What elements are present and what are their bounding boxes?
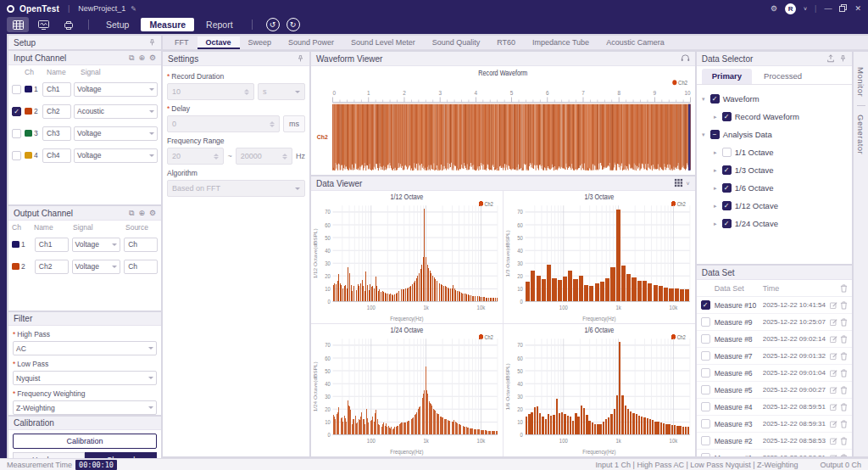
tree-checkbox[interactable]: ✓: [710, 94, 720, 104]
data-set-checkbox[interactable]: [701, 453, 710, 456]
edit-icon[interactable]: [830, 369, 837, 378]
edit-icon[interactable]: [830, 335, 837, 344]
delete-icon[interactable]: [840, 352, 848, 361]
undo-icon[interactable]: ↺: [266, 18, 280, 31]
expand-icon[interactable]: ▾: [700, 96, 707, 103]
channel-signal-select[interactable]: Voltage: [72, 260, 121, 274]
delete-icon[interactable]: [840, 369, 848, 378]
add-channel-icon[interactable]: ⊕: [138, 53, 145, 62]
layout-caret-icon[interactable]: ˅: [687, 181, 690, 187]
tree-node[interactable]: ▸ ✓ 1/3 Octave: [700, 161, 849, 179]
redo-icon[interactable]: ↻: [287, 18, 300, 31]
tree-checkbox[interactable]: −: [710, 130, 720, 139]
close-button[interactable]: ✕: [854, 4, 861, 13]
channel-name-input[interactable]: Ch4: [42, 148, 71, 163]
channel-settings-icon[interactable]: ⚙: [149, 209, 156, 217]
expand-icon[interactable]: ▸: [712, 149, 719, 156]
measure-view-icon[interactable]: [7, 17, 29, 32]
record-duration-input[interactable]: 10: [167, 83, 254, 100]
delete-icon[interactable]: [840, 454, 848, 457]
channel-checkbox[interactable]: [12, 129, 21, 138]
edit-icon[interactable]: [830, 352, 837, 361]
delete-icon[interactable]: [840, 301, 848, 310]
edit-icon[interactable]: [830, 301, 837, 310]
tree-node[interactable]: ▸ ✓ 1/12 Octave: [700, 197, 849, 215]
data-set-row[interactable]: ✓ Measure #10 2025-12-22 10:41:54: [697, 297, 852, 314]
nav-setup[interactable]: Setup: [97, 18, 137, 31]
delete-icon[interactable]: [840, 335, 848, 344]
channel-name-input[interactable]: Ch2: [42, 104, 71, 119]
data-set-row[interactable]: Measure #3 2025-12-22 08:59:31: [697, 416, 852, 433]
measure-tab-sweep[interactable]: Sweep: [240, 36, 281, 49]
edit-icon[interactable]: [830, 386, 837, 394]
measure-tab-sound-power[interactable]: Sound Power: [280, 36, 342, 49]
measure-tab-impedance-tube[interactable]: Impedance Tube: [524, 36, 598, 49]
channel-signal-select[interactable]: Voltage: [74, 148, 158, 163]
edit-icon[interactable]: [830, 420, 837, 428]
edit-icon[interactable]: [830, 437, 837, 445]
pin-icon[interactable]: [839, 54, 847, 63]
channel-source-input[interactable]: Ch: [124, 238, 158, 252]
measure-tab-octave[interactable]: Octave: [198, 36, 240, 49]
channel-name-input[interactable]: Ch1: [42, 82, 71, 97]
add-channel-icon[interactable]: ⊕: [138, 209, 145, 217]
data-set-checkbox[interactable]: [701, 419, 710, 428]
channel-name-input[interactable]: Ch3: [42, 126, 71, 141]
restore-button[interactable]: [839, 4, 847, 14]
data-set-checkbox[interactable]: [701, 385, 710, 394]
data-set-row[interactable]: Measure #1 2025-12-22 08:58:31: [697, 450, 852, 456]
account-caret-icon[interactable]: ˅: [804, 6, 807, 12]
data-set-row[interactable]: Measure #2 2025-12-22 08:58:53: [697, 433, 852, 450]
channel-checkbox[interactable]: [12, 151, 21, 160]
avatar[interactable]: R: [785, 3, 796, 14]
tab-generator[interactable]: Generator: [856, 115, 865, 154]
data-set-checkbox[interactable]: [701, 334, 710, 344]
delete-icon[interactable]: [840, 403, 848, 411]
monitor-view-icon[interactable]: [32, 17, 54, 32]
tree-node[interactable]: ▸ ✓ Record Waveform: [700, 108, 849, 126]
pin-icon[interactable]: [297, 54, 304, 63]
data-set-checkbox[interactable]: [701, 368, 710, 378]
record-waveform-chart[interactable]: Record WaveformCh2012345678910Ch2: [311, 66, 695, 175]
chart-1-6-octave[interactable]: 1/6 OctaveCh20102030405060701001k10kFreq…: [504, 324, 695, 456]
channel-source-input[interactable]: Ch: [124, 260, 158, 274]
tree-checkbox[interactable]: ✓: [722, 201, 732, 210]
export-icon[interactable]: ⧉: [129, 209, 134, 218]
delete-icon[interactable]: [840, 420, 848, 428]
channel-name-input[interactable]: Ch1: [35, 238, 69, 252]
data-set-row[interactable]: Measure #9 2025-12-22 10:25:07: [697, 314, 852, 331]
measure-tab-rt60[interactable]: RT60: [488, 36, 524, 49]
frequency-range-to-input[interactable]: 20000: [236, 148, 292, 165]
measure-tab-sound-quality[interactable]: Sound Quality: [424, 36, 489, 49]
channel-signal-select[interactable]: Acoustic: [74, 104, 158, 119]
channel-signal-select[interactable]: Voltage: [74, 126, 158, 141]
delete-icon[interactable]: [840, 437, 848, 445]
tree-checkbox[interactable]: ✓: [722, 112, 732, 121]
data-set-row[interactable]: Measure #5 2025-12-22 09:00:27: [697, 382, 852, 399]
data-set-checkbox[interactable]: [701, 317, 710, 327]
calibration-button[interactable]: Calibration: [13, 434, 157, 449]
channel-signal-select[interactable]: Voltage: [74, 82, 158, 97]
tree-node[interactable]: ▸ 1/1 Octave: [700, 143, 849, 161]
channel-name-input[interactable]: Ch2: [35, 260, 69, 274]
chart-1-12-octave[interactable]: 1/12 OctaveCh20102030405060701001k10kFre…: [311, 191, 503, 323]
measure-tab-sound-level-meter[interactable]: Sound Level Meter: [342, 36, 424, 49]
tree-checkbox[interactable]: [722, 148, 732, 157]
data-set-checkbox[interactable]: [701, 402, 710, 411]
delete-all-icon[interactable]: [840, 284, 848, 293]
delete-icon[interactable]: [840, 386, 848, 394]
headphones-icon[interactable]: [681, 53, 690, 64]
delete-icon[interactable]: [840, 318, 848, 327]
layout-grid-icon[interactable]: [674, 178, 683, 189]
data-selector-tab-processed[interactable]: Processed: [754, 69, 812, 84]
data-set-checkbox[interactable]: ✓: [701, 300, 710, 310]
data-set-row[interactable]: Measure #8 2025-12-22 09:02:14: [697, 331, 852, 348]
channel-settings-icon[interactable]: ⚙: [149, 53, 156, 62]
tree-node[interactable]: ▾ − Analysis Data: [700, 126, 849, 143]
tree-node[interactable]: ▸ ✓ 1/24 Octave: [700, 215, 849, 232]
edit-project-icon[interactable]: ✎: [131, 5, 136, 13]
tree-checkbox[interactable]: ✓: [722, 165, 732, 175]
filter-low-pass-select[interactable]: Nyquist: [13, 371, 157, 385]
measure-tab-acoustic-camera[interactable]: Acoustic Camera: [598, 36, 673, 49]
expand-icon[interactable]: ▸: [712, 185, 719, 192]
